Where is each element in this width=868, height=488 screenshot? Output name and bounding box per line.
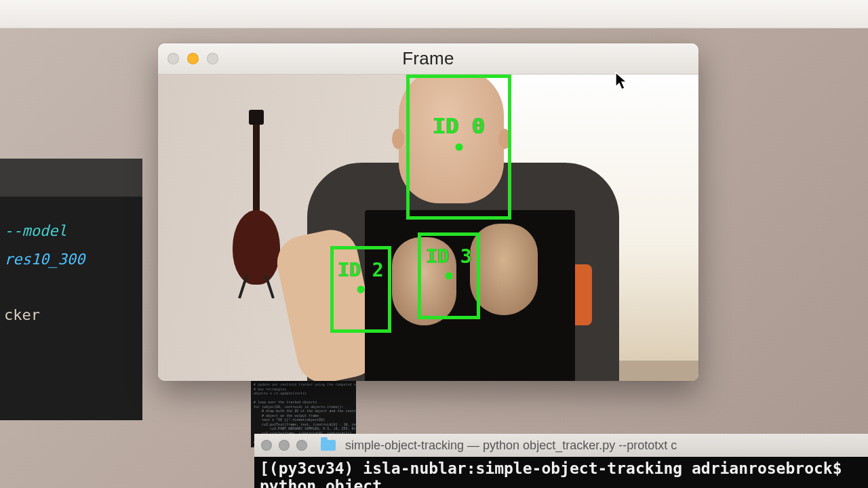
terminal-title: simple-object-tracking — python object_t…	[345, 439, 677, 453]
maximize-icon[interactable]	[207, 53, 218, 64]
terminal-window[interactable]: simple-object-tracking — python object_t…	[254, 434, 868, 488]
detection-bbox: ID 2	[330, 246, 391, 333]
terminal-output[interactable]: [(py3cv34) isla-nublar:simple-object-tra…	[254, 457, 868, 488]
frame-window[interactable]: Frame ID 0ID 2ID 3	[158, 43, 698, 381]
maximize-icon[interactable]	[296, 440, 307, 451]
detection-label: ID 0	[433, 113, 485, 139]
frame-title: Frame	[158, 48, 698, 69]
centroid-dot	[455, 144, 462, 151]
background-terminal: --model res10_300 cker	[0, 197, 142, 420]
folder-icon	[321, 440, 336, 451]
terminal-titlebar[interactable]: simple-object-tracking — python object_t…	[254, 434, 868, 457]
centroid-dot	[446, 272, 453, 280]
background-terminal-line: --model res10_300	[4, 217, 138, 274]
minimize-icon[interactable]	[187, 53, 199, 64]
centroid-dot	[357, 286, 365, 293]
frame-titlebar[interactable]: Frame	[158, 43, 698, 75]
detection-bbox: ID 0	[406, 75, 511, 220]
minimize-icon[interactable]	[279, 440, 290, 451]
background-terminal-header	[0, 159, 142, 197]
video-viewport: ID 0ID 2ID 3	[158, 75, 698, 381]
close-icon[interactable]	[261, 440, 272, 451]
close-icon[interactable]	[167, 53, 179, 64]
desktop-menubar-region	[0, 0, 868, 28]
bg-term-kw: --model	[4, 222, 67, 239]
detection-label: ID 2	[338, 259, 383, 281]
detection-bbox: ID 3	[418, 232, 480, 319]
detection-label: ID 3	[426, 245, 471, 268]
bg-term-text: res10_300	[4, 251, 85, 268]
background-terminal-line: cker	[4, 301, 138, 329]
